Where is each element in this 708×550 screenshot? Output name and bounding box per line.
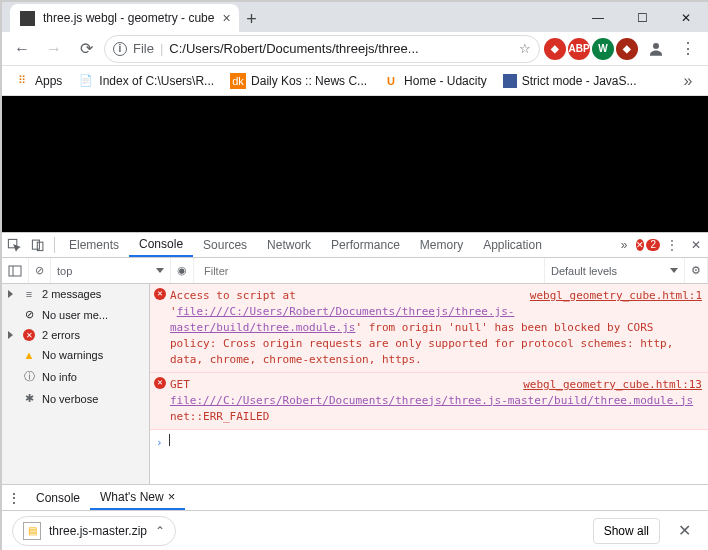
nouser-icon: ⊘: [22, 308, 36, 321]
console-toolbar: ⊘ top ◉ Default levels ⚙: [2, 258, 708, 284]
bookmark-star-icon[interactable]: ☆: [519, 41, 531, 56]
sidebar-errors[interactable]: ✕2 errors: [2, 325, 149, 345]
ext-abp-icon[interactable]: ABP: [568, 38, 590, 60]
downloads-bar: ▤ three.js-master.zip ⌃ Show all ✕: [2, 510, 708, 550]
log-levels-selector[interactable]: Default levels: [545, 258, 685, 283]
zip-icon: ▤: [23, 522, 41, 540]
mdn-icon: [503, 74, 517, 88]
bookmark-item[interactable]: UHome - Udacity: [377, 71, 493, 91]
devtools-close-button[interactable]: ✕: [684, 238, 708, 252]
browser-tab[interactable]: three.js webgl - geometry - cube ×: [10, 4, 239, 32]
message-source-link[interactable]: webgl_geometry_cube.html:13: [523, 377, 702, 393]
window-controls: — ☐ ✕: [576, 4, 708, 32]
list-icon: ≡: [22, 288, 36, 300]
inspect-element-button[interactable]: [2, 238, 26, 252]
context-selector[interactable]: top: [51, 258, 171, 283]
message-link[interactable]: file:///C:/Users/Robert/Documents/threej…: [170, 394, 693, 407]
minimize-button[interactable]: —: [576, 4, 620, 32]
forward-button[interactable]: →: [40, 35, 68, 63]
sidebar-warnings[interactable]: ▲No warnings: [2, 345, 149, 365]
devtools-tabstrip: Elements Console Sources Network Perform…: [2, 232, 708, 258]
reload-button[interactable]: ⟳: [72, 35, 100, 63]
download-filename: three.js-master.zip: [49, 524, 147, 538]
profile-button[interactable]: [642, 35, 670, 63]
console-messages: ✕ webgl_geometry_cube.html:1 Access to s…: [150, 284, 708, 484]
chevron-up-icon[interactable]: ⌃: [155, 524, 165, 538]
error-icon: ✕: [154, 377, 166, 389]
drawer-menu-button[interactable]: ⋮: [2, 491, 26, 505]
drawer-tab-whatsnew[interactable]: What's New×: [90, 485, 185, 510]
folder-icon: 📄: [78, 73, 94, 89]
drawer-tab-console[interactable]: Console: [26, 485, 90, 510]
filter-input[interactable]: [200, 263, 538, 279]
clear-console-button[interactable]: ⊘: [29, 258, 51, 283]
tab-favicon: [20, 11, 35, 26]
bookmark-item[interactable]: dkDaily Kos :: News C...: [224, 71, 373, 91]
extensions: ◆ ABP W ◆: [544, 38, 638, 60]
sidebar-messages[interactable]: ≡2 messages: [2, 284, 149, 304]
sidebar-info[interactable]: ⓘNo info: [2, 365, 149, 388]
console-body: ≡2 messages ⊘No user me... ✕2 errors ▲No…: [2, 284, 708, 484]
svg-rect-2: [32, 240, 39, 249]
close-window-button[interactable]: ✕: [664, 4, 708, 32]
dk-icon: dk: [230, 73, 246, 89]
tab-network[interactable]: Network: [257, 233, 321, 257]
info-icon: ⓘ: [22, 369, 36, 384]
console-settings-button[interactable]: ⚙: [685, 258, 708, 283]
address-bar: ← → ⟳ i File | C:/Users/Robert/Documents…: [2, 32, 708, 66]
svg-rect-4: [9, 266, 21, 276]
tab-console[interactable]: Console: [129, 233, 193, 257]
tab-application[interactable]: Application: [473, 233, 552, 257]
bookmarks-overflow-button[interactable]: »: [674, 67, 702, 95]
sidebar-verbose[interactable]: ✱No verbose: [2, 388, 149, 409]
maximize-button[interactable]: ☐: [620, 4, 664, 32]
tab-elements[interactable]: Elements: [59, 233, 129, 257]
close-icon[interactable]: ×: [168, 489, 176, 504]
warning-icon: ▲: [22, 349, 36, 361]
error-icon: ✕: [154, 288, 166, 300]
console-error-message[interactable]: ✕ webgl_geometry_cube.html:13 GET file:/…: [150, 373, 708, 430]
devtools-menu-button[interactable]: ⋮: [660, 238, 684, 252]
ext-wot-icon[interactable]: W: [592, 38, 614, 60]
chevron-down-icon: [156, 268, 164, 273]
chevron-down-icon: [670, 268, 678, 273]
console-prompt[interactable]: ›: [150, 430, 708, 453]
titlebar: three.js webgl - geometry - cube × + — ☐…: [2, 2, 708, 32]
bookmark-item[interactable]: Strict mode - JavaS...: [497, 72, 643, 90]
sidebar-nouser[interactable]: ⊘No user me...: [2, 304, 149, 325]
scheme-label: File: [133, 41, 154, 56]
show-all-downloads-button[interactable]: Show all: [593, 518, 660, 544]
site-info-icon[interactable]: i: [113, 42, 127, 56]
apps-button[interactable]: ⠿Apps: [8, 71, 68, 91]
apps-icon: ⠿: [14, 73, 30, 89]
ext-shield-icon[interactable]: ◆: [616, 38, 638, 60]
tab-memory[interactable]: Memory: [410, 233, 473, 257]
tab-title: three.js webgl - geometry - cube: [43, 11, 214, 25]
verbose-icon: ✱: [22, 392, 36, 405]
error-indicator[interactable]: ✕2: [636, 239, 660, 251]
back-button[interactable]: ←: [8, 35, 36, 63]
new-tab-button[interactable]: +: [239, 6, 265, 32]
devtools-drawer: ⋮ Console What's New×: [2, 484, 708, 510]
toggle-sidebar-button[interactable]: [2, 258, 29, 283]
tab-sources[interactable]: Sources: [193, 233, 257, 257]
message-source-link[interactable]: webgl_geometry_cube.html:1: [530, 288, 702, 304]
tab-performance[interactable]: Performance: [321, 233, 410, 257]
svg-point-0: [653, 43, 659, 49]
omnibox[interactable]: i File | C:/Users/Robert/Documents/three…: [104, 35, 540, 63]
live-expression-button[interactable]: ◉: [171, 258, 194, 283]
url-text: C:/Users/Robert/Documents/threejs/three.…: [169, 41, 513, 56]
download-chip[interactable]: ▤ three.js-master.zip ⌃: [12, 516, 176, 546]
close-downloads-bar-button[interactable]: ✕: [670, 517, 698, 545]
browser-menu-button[interactable]: ⋮: [674, 35, 702, 63]
tabs-overflow-button[interactable]: »: [612, 238, 636, 252]
bookmarks-bar: ⠿Apps 📄Index of C:\Users\R... dkDaily Ko…: [2, 66, 708, 96]
tab-close-icon[interactable]: ×: [222, 10, 230, 26]
udacity-icon: U: [383, 73, 399, 89]
error-icon: ✕: [22, 329, 36, 341]
page-viewport: [2, 96, 708, 232]
console-error-message[interactable]: ✕ webgl_geometry_cube.html:1 Access to s…: [150, 284, 708, 373]
device-toolbar-button[interactable]: [26, 238, 50, 252]
ext-ublock-icon[interactable]: ◆: [544, 38, 566, 60]
bookmark-item[interactable]: 📄Index of C:\Users\R...: [72, 71, 220, 91]
